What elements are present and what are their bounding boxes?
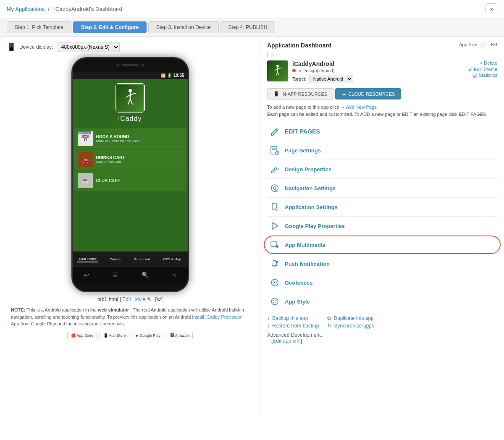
target-row: Target: Native Android — [292, 75, 464, 83]
menu-item-edit-pages[interactable]: EDIT PAGES — [267, 122, 497, 141]
menu-item-application-settings[interactable]: Application Settings — [267, 198, 497, 217]
phone-gear-icon — [269, 201, 281, 213]
menu-item-page-settings[interactable]: Page Settings — [267, 141, 497, 160]
phone-top — [73, 58, 188, 72]
steps-bar: Step 1. Pick Template Step 2. Edit & Con… — [0, 18, 504, 37]
app-size-value: ...KB — [487, 42, 497, 47]
menu-item-title-3: CLUB CAFE — [96, 178, 121, 183]
menu-item-geofences[interactable]: Geofences — [267, 273, 497, 292]
advanced-development: Advanced Development: – [Edit app.xml] — [267, 332, 497, 344]
store-badge-appstore2[interactable]: 📱 App Store — [100, 332, 129, 339]
edit-app-xml-link[interactable]: Edit app.xml — [273, 338, 300, 344]
target-select[interactable]: Native Android — [309, 75, 353, 83]
phone-menu-item-3[interactable]: ☕ CLUB CAFE — [74, 170, 186, 191]
svg-point-34 — [276, 302, 277, 304]
phone-bottom — [73, 283, 188, 291]
left-panel: 📱 Device display: 480x800px (Nexus S) 📶 … — [0, 37, 260, 415]
push-notification-label: Push Notification — [285, 261, 330, 267]
resource-tabs: 📱 IN-APP RESOURCES ☁ CLOUD RESOURCES — [267, 88, 497, 100]
edit-link[interactable]: Edit — [122, 296, 131, 302]
menu-item-app-style[interactable]: App Style — [267, 292, 497, 311]
backup-icon: ↓ — [267, 315, 270, 321]
svg-point-18 — [273, 187, 276, 189]
phone-cam — [116, 64, 119, 67]
app-dashboard-header: Application Dashboard App Size: 📄 ...KB — [267, 42, 497, 49]
home-button[interactable]: ☰ — [113, 272, 118, 278]
phone-menu-item-2[interactable]: 🚗 DRINKS CART SMS Drinks Cart — [74, 149, 186, 170]
palette-icon — [269, 296, 281, 307]
menu-item-subtitle-2: SMS Drinks Cart — [96, 160, 125, 164]
app-actions: ✕ Delete 🖌 Edit Theme 📊 Statistics — [468, 60, 497, 78]
store-badge-googleplay[interactable]: ▶ Google Play — [132, 332, 164, 339]
golfer-svg — [120, 87, 141, 108]
menu-item-push-notification[interactable]: Push Notification — [267, 254, 497, 273]
backup-app-link[interactable]: ↓ Backup this app — [267, 315, 319, 321]
phone-menu-list: 📅 BOOKING BOOK A ROUND Email or Phone th… — [73, 127, 188, 251]
store-badge-appstore[interactable]: 🍎 App Store — [67, 332, 97, 339]
app-style-label: App Style — [285, 299, 310, 305]
store-badge-amazon[interactable]: 🅰 Amazon — [167, 332, 193, 339]
note-prefix: NOTE: — [11, 307, 25, 312]
svg-point-29 — [274, 282, 276, 283]
menu-item-navigation-settings[interactable]: Navigation Settings — [267, 179, 497, 198]
app-logo — [116, 83, 145, 113]
app-thumbnail — [267, 60, 288, 81]
step-4[interactable]: Step 4. PUBLISH — [220, 21, 276, 33]
delete-link[interactable]: ✕ Delete — [479, 60, 497, 66]
nav-tab-4[interactable]: GPS & Map — [162, 257, 183, 262]
step-1[interactable]: Step 1. Pick Template — [7, 21, 71, 33]
app-status-text: In Design(Unpaid) — [297, 68, 335, 73]
right-actions: ⧉ Duplicate this app ↻ Synchronize apps — [327, 315, 374, 329]
style-link[interactable]: style — [135, 296, 146, 302]
below-phone: tab1.html | Edit | style ✎ | [⚙] — [7, 296, 253, 302]
duplicate-icon: ⧉ — [327, 315, 331, 321]
statistics-link[interactable]: 📊 Statistics — [472, 73, 497, 78]
search-button[interactable]: 🔍 — [142, 272, 149, 278]
menu-item-text-2: DRINKS CART SMS Drinks Cart — [96, 155, 125, 164]
header-link-icon[interactable]: ∞ — [486, 3, 497, 14]
note-text1: This is a Android application in the — [26, 307, 98, 312]
advanced-dev-label: Advanced Development: — [267, 332, 322, 338]
nav-tab-2[interactable]: Course — [108, 257, 122, 262]
phone-cam2 — [141, 64, 144, 67]
phone-menu-item-1[interactable]: 📅 BOOKING BOOK A ROUND Email or Phone th… — [74, 128, 186, 149]
cloud-resources-tab[interactable]: ☁ CLOUD RESOURCES — [335, 88, 401, 100]
menu-item-app-multimedia[interactable]: ♪ App Multimedia — [267, 236, 497, 254]
wifi-icon: 📶 — [161, 73, 165, 78]
svg-rect-23 — [271, 242, 277, 246]
app-logo-inner — [116, 84, 144, 112]
svg-line-2 — [126, 95, 130, 97]
in-app-resources-tab[interactable]: 📱 IN-APP RESOURCES — [267, 88, 333, 100]
phone-wrapper: 📶 🔋 10:55 — [7, 57, 253, 292]
menu-item-google-play-properties[interactable]: Google Play Properties — [267, 217, 497, 236]
svg-point-0 — [129, 89, 132, 92]
app-name: iCaddyAndroid — [292, 60, 464, 67]
duplicate-app-link[interactable]: ⧉ Duplicate this app — [327, 315, 374, 321]
nav-tab-3[interactable]: Score card — [132, 257, 152, 262]
synchronize-apps-link[interactable]: ↻ Synchronize apps — [327, 323, 374, 329]
step-2[interactable]: Step 2. Edit & Configure — [73, 21, 147, 33]
back-button[interactable]: ↩ — [84, 272, 89, 278]
app-header: iCaddy — [73, 79, 188, 127]
menu-item-design-properties[interactable]: CSS Design Properties — [267, 160, 497, 179]
svg-point-26 — [276, 261, 278, 263]
home2-button[interactable]: ⌂ — [172, 272, 176, 278]
menu-item-text-1: BOOK A ROUND Email or Phone the Pro Shop — [96, 134, 140, 143]
step-3[interactable]: Step 3. Install on Device — [148, 21, 218, 33]
advanced-dev-prefix: – — [267, 338, 270, 344]
device-display-select[interactable]: 480x800px (Nexus S) — [57, 42, 120, 52]
app-size: App Size: 📄 ...KB — [459, 42, 497, 47]
menu-thumb-3: ☕ — [78, 173, 93, 188]
svg-text:CSS: CSS — [274, 168, 279, 170]
cloud-icon: ☁ — [341, 91, 346, 97]
restore-backup-link[interactable]: ↑ Restore from backup — [267, 323, 319, 329]
menu-item-title-1: BOOK A ROUND — [96, 134, 140, 139]
add-new-page-link[interactable]: Add New Page — [346, 105, 377, 110]
svg-line-9 — [278, 68, 281, 69]
breadcrumb-link[interactable]: My Applications — [7, 6, 45, 12]
nav-tab-1[interactable]: Club House — [77, 256, 98, 262]
note-text3: from Google Play and log in using your c… — [21, 321, 125, 326]
page-gear-icon — [269, 144, 281, 156]
edit-theme-link[interactable]: 🖌 Edit Theme — [468, 67, 497, 72]
svg-point-6 — [276, 65, 279, 67]
